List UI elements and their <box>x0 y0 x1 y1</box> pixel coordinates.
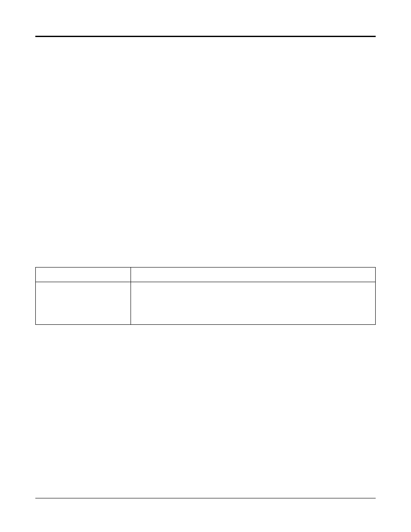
criteria-list: Preservice for genetic amniocentesis. Co… <box>140 287 371 319</box>
paragraph-4: Maturity amniocentesis. This test determ… <box>35 223 376 242</box>
header-right: Maternity and Complications of Pregnancy <box>264 24 376 32</box>
page-root: Chapter 11 Maternity and Complications o… <box>0 0 411 532</box>
paragraph-3-lead: Genetic amniocentesis. <box>35 160 99 168</box>
table-header-criteria: Criteria <box>131 268 376 282</box>
list-item: Prenatal screening tests, such as matern… <box>52 182 376 192</box>
table-cell-inputs: Review Type <box>36 282 131 324</box>
paragraph-1-body: is a diagnostic procedure used to obtain… <box>35 116 374 142</box>
section-body: 11.7. Prenatal Diagnostic Procedures 11.… <box>35 52 376 325</box>
list-item: A previous pregnancy was affected by a c… <box>52 196 376 205</box>
footer-right: Proprietary V.2014 <box>317 501 376 510</box>
bullet-list: Prenatal screening tests, such as matern… <box>43 182 376 219</box>
list-item: Concurrent for fetal lung maturity testi… <box>148 299 371 308</box>
paragraph-1-lead: Amniocentesis <box>35 116 75 123</box>
list-item: Preservice for genetic amniocentesis. <box>148 287 371 296</box>
footer-version: V.2014 <box>356 501 376 508</box>
list-item: Preservice or concurrent for other indic… <box>148 310 371 319</box>
header-rule <box>35 36 376 37</box>
table-caption: Table 11.7.1-A Amniocentesis <box>35 253 376 263</box>
header-left: Chapter 11 <box>35 25 64 31</box>
list-item: The mother is older than 35, which raise… <box>52 209 376 219</box>
footer-page-number: 1 of 5 <box>35 501 51 510</box>
footer-rule <box>35 498 376 498</box>
paragraph-1: Amniocentesis is a diagnostic procedure … <box>35 115 376 143</box>
criteria-table: Inputs Criteria Review Type Preservice f… <box>35 267 376 325</box>
table-row: Review Type Preservice for genetic amnio… <box>36 282 376 324</box>
descriptor-heading: Description <box>35 102 376 112</box>
paragraph-3: Genetic amniocentesis. Genetic amniocent… <box>35 159 376 178</box>
subsection-heading: 11.7.1. Amniocentesis <box>35 78 376 90</box>
page-header: Chapter 11 Maternity and Complications o… <box>35 24 376 33</box>
table-header-inputs: Inputs <box>36 268 131 282</box>
section-heading: 11.7. Prenatal Diagnostic Procedures <box>35 52 376 65</box>
table-header-row: Inputs Criteria <box>36 268 376 282</box>
footer-proprietary: Proprietary <box>317 501 349 508</box>
table-cell-criteria: Preservice for genetic amniocentesis. Co… <box>131 282 376 324</box>
paragraph-4-lead: Maturity amniocentesis. <box>35 224 102 231</box>
paragraph-2: Amniocentesis may be performed for sever… <box>35 146 376 156</box>
